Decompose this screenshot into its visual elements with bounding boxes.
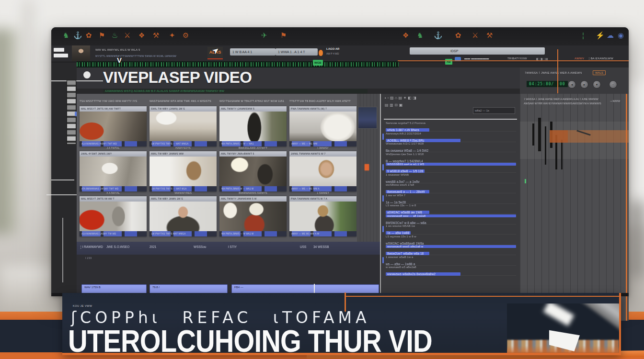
clip-preview-image[interactable]: [150, 157, 217, 186]
toolbar-icon[interactable]: ♨: [112, 31, 118, 40]
source-clip-thumbnail[interactable]: [72, 45, 90, 61]
clip-thumbnail-cell[interactable]: AWL TWWYY (JAWWSWW 5WA PWTA JWWS — W — W…: [219, 106, 287, 146]
breadcrumb-link[interactable]: AAWAWWAS WSTQ AGWAS AW B.F ALALAS SAWAP …: [103, 89, 368, 93]
grid-column-header: TSA WSSTTTTW YIW 1WO WIW AWYTY IYS: [80, 100, 147, 102]
clip-preview-image[interactable]: [80, 112, 147, 141]
transport-loop-button[interactable]: ◦: [609, 80, 617, 89]
clip-thumbnail-cell[interactable]: WAL WSSYT JWTS IW( AW TWFTALA MAWWNAS IA…: [80, 106, 147, 146]
transport-prev-button[interactable]: ◂: [568, 80, 576, 89]
list-row-line1: 1 wsawswr W5AB: [386, 173, 516, 176]
media-list-row[interactable]: LS wswsw 15s — 1 w 8aSW2AC w5a88 aw 1W8: [386, 204, 516, 214]
clip-header: AWIL TW WBY JAWN 1W S: [150, 196, 217, 202]
transport-play-button[interactable]: ▸: [580, 80, 588, 89]
clip-preview-image[interactable]: [150, 112, 217, 141]
orange-range-band[interactable]: [550, 130, 629, 143]
clip-preview-image[interactable]: [80, 157, 147, 186]
toolbar-icon[interactable]: ✦: [169, 31, 175, 40]
media-list-row[interactable]: 1 wsawswr W5ABwwsB8 a.5w7 — a 1w5v: [386, 173, 516, 183]
toolbar-field-2[interactable]: 1 WWA 1 . A 1 4 T: [276, 48, 318, 56]
layout-toggle2-icon[interactable]: [54, 54, 68, 57]
toolbar-icon[interactable]: ⚒: [486, 31, 493, 40]
list-toolbar-icons[interactable]: ▪ ▫ ▨ ⌂ ▤ ✦ ◧ ◨: [385, 96, 517, 100]
timeline-ruler[interactable]: ¦ I RAWWAYWDJWE S.O.WSEO2021WSSSouI STIY…: [77, 242, 380, 255]
list-row-line2: aSW2AC w5a88 aw 1W8: [386, 211, 429, 214]
clip-thumbnail-cell[interactable]: PWA TAWWWW AWWTS W 7 AAWNY — WS W1 WW A …: [289, 196, 356, 236]
media-list-row[interactable]: WSSSSBSS aw4 w w1.1 W59 wSB18 a5w8 — 1/5…: [386, 163, 516, 173]
toolbar-icon[interactable]: ✿: [86, 31, 92, 40]
right-glyphs[interactable]: ◧ ◨ ¦ ▤: [536, 57, 548, 60]
clip-thumbnail-cell[interactable]: WAL WSSYT JWTS IW AW TA1A MAWWNAS 1ASWY …: [80, 196, 147, 236]
list-toolbar-icons2[interactable]: ▤ ▥ ⊟ ▣: [385, 103, 517, 107]
toolbar-icon[interactable]: ✿: [455, 31, 461, 40]
window-control-icon[interactable]: ◉: [618, 31, 624, 40]
media-list-row[interactable]: wwswsaw8 wsw5 a8w2a8 w8wsw2cw7 w8a8w w8a…: [386, 245, 516, 255]
clip-preview-image[interactable]: [289, 202, 356, 231]
transport-down-button[interactable]: ▾: [593, 80, 601, 89]
clip-preview-image[interactable]: [219, 112, 287, 141]
toolbar-icon[interactable]: ♞: [417, 31, 423, 40]
orange-marker[interactable]: [365, 164, 369, 170]
media-list-row[interactable]: Wswsawsaw A.D.C 1/17 W28Ba cwsawsa W5a8 …: [386, 142, 516, 152]
media-list-row[interactable]: WsDjswwa r(aw 5sw 1.1 W18B — wsgzfwv7 1 …: [386, 153, 516, 163]
background-smudge: [629, 201, 644, 278]
layout-toggle-icon[interactable]: [54, 48, 64, 52]
background-plant: [0, 29, 24, 235]
path-field-text: IDSP: [450, 49, 458, 53]
media-list-row[interactable]: Swrwvas scgxbaT 5.2 PoxrwvawNds 3.887 n.…: [386, 122, 516, 132]
toolbar-icon[interactable]: ❖: [402, 31, 409, 40]
toolbar-icon[interactable]: ⚒: [153, 31, 159, 40]
clip-preview-image[interactable]: [219, 202, 287, 231]
toolbar-icon[interactable]: ⚙: [183, 31, 189, 40]
clip-thumbnail-cell[interactable]: AWL TWWYY JAWWSWW 5 WWA PWTA JWWS — W WA…: [219, 196, 287, 236]
timeline-ruler-label: JWE S.O.WSEO: [106, 245, 129, 248]
wave-stroke: [538, 118, 541, 151]
mini-clip-thumbnail[interactable]: [358, 107, 377, 128]
toolbar-icon[interactable]: ¦: [582, 31, 584, 39]
clip-preview-image[interactable]: [289, 157, 356, 186]
divider-line: [51, 80, 103, 81]
wals-badge[interactable]: WALS: [593, 70, 606, 75]
list-row-line1: 1 ws wswsw W5AB 1w: [386, 224, 516, 227]
clip-preview-image[interactable]: [219, 157, 287, 186]
media-list-row[interactable]: LS wgzswa 15s 1 w 8 wwSW2AC w5a88aw8 1W8…: [386, 235, 516, 245]
path-field[interactable]: IDSP: [410, 47, 545, 55]
list-filter-field[interactable]: w8a2 — 1s: [473, 107, 515, 114]
toolbar-icon[interactable]: ⚔: [124, 31, 130, 40]
toolbar-icon[interactable]: ⚑: [280, 31, 287, 40]
list-row-line2: B — wsgzfwv7 1 5428WL4: [386, 159, 423, 163]
secondary-toolbar: WW WL WWYWL WLS W WLA 5 WYSTTL WWWW5WYTT…: [51, 45, 629, 62]
clip-thumbnail-cell[interactable]: AWL TWYWY JWA+BWWT 5WA PWTA JWWS W — WA1…: [219, 151, 287, 191]
toolbar-icon[interactable]: ⚓: [434, 31, 443, 40]
toolbar-icon[interactable]: ♞: [63, 31, 69, 40]
toolbar-icon[interactable]: ⚓: [73, 31, 82, 40]
media-list-row[interactable]: 1 ww wr W5A 71a — 1a 5w28: [386, 194, 516, 204]
list-row-line2: 1a — 1a 5w28: [386, 201, 406, 204]
toolbar-field-1[interactable]: 1 W B AA 4 1: [230, 48, 276, 56]
window-control-icon[interactable]: ☁: [607, 31, 614, 40]
clip-thumbnail-cell[interactable]: AWIL TW WBY JAWN 1W SLW PWYTXS TWYS WAT …: [150, 196, 217, 236]
clip-thumbnail-cell[interactable]: 1WAL 4YSWT JWWS 1WYATA BWWWWAS 1WSWY TWT…: [80, 151, 147, 191]
list-row-line1: Wswsawsaw A.D.C 1/17 W28: [386, 142, 516, 145]
media-list-row[interactable]: wwwwsaw8 wsw — a8 1w2a88WSW2Cw7 w 8 a8w …: [386, 214, 516, 224]
clip-thumbnail-cell[interactable]: PWA TAWWWW AWWTS (W) 7AWNY — WS — W1 WW: [289, 106, 356, 146]
clip-thumbnail-cell[interactable]: SWIL TW WBY (JAWN) 1W SLW PWYTXS TWYS — …: [150, 106, 217, 146]
media-list-row[interactable]: wwSBwsa wsw5 17a88wswsaw8 a — 1 — 28wW: [386, 183, 516, 193]
clip-preview-image[interactable]: [80, 202, 147, 231]
toolbar-icon[interactable]: ⚔: [472, 31, 478, 40]
grid-row-caption: J A TWTAL: [80, 146, 147, 149]
clip-preview-image[interactable]: [289, 112, 356, 141]
media-list-row[interactable]: 1 wswswr w5aB 1w aws — a5w — 1w88 a: [386, 256, 516, 266]
clip-thumbnail-cell[interactable]: 1WWL TWWWW AWWTS W 7AWNY — WS — W1 WW A: [289, 151, 356, 191]
toolbar-icon[interactable]: ⚑: [99, 31, 105, 40]
clip-thumbnail-cell[interactable]: AWIL TW WBY JAWWS WW1W PWYTXS TWYS — WAT…: [150, 151, 217, 191]
list-row-line1: wwswsaw8 wsw5 a8w2a8 w: [386, 245, 516, 248]
media-list-row[interactable]: Awrwvays A/8.2 2/217/2014AOEBLL WBE8 FJ5…: [386, 132, 516, 142]
toolbar-icon[interactable]: ❖: [138, 31, 145, 40]
toolbar-icon[interactable]: ✈: [261, 31, 267, 40]
window-control-icon[interactable]: ⚡: [596, 31, 605, 40]
grid-row-caption: 1 SWWET: [289, 191, 356, 194]
media-list-row[interactable]: w wswsaw8 w5 a8w2a8wwwwsws w8a8w2a 8wsaw…: [386, 266, 516, 276]
clip-preview-image[interactable]: [150, 202, 217, 231]
media-list-row[interactable]: 1 ws wswsw W5AB 1w1s — a5w 1w88: [386, 224, 516, 235]
playhead-marker[interactable]: V: [117, 56, 122, 64]
